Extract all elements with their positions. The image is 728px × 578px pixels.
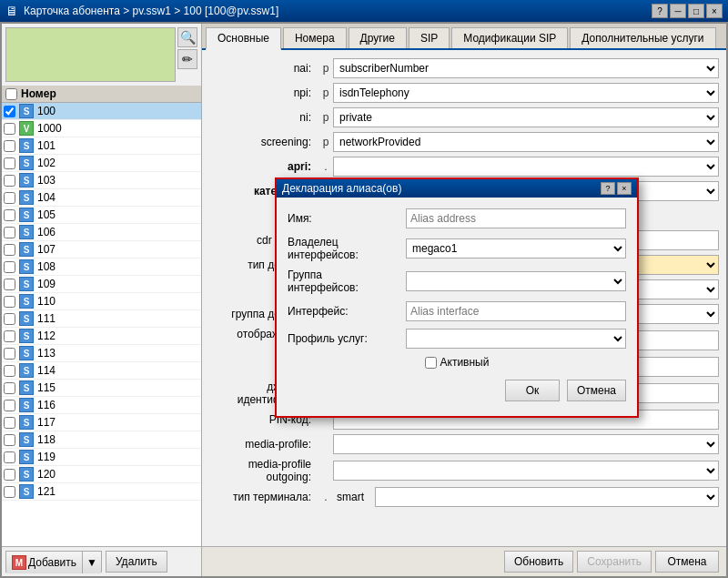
list-item-icon: S [19,484,34,499]
list-item[interactable]: S 118 [2,431,201,449]
select-all-checkbox[interactable] [5,88,17,100]
dialog-content: Имя: Владелецинтерфейсов: megaco1 [277,198,637,416]
list-item-checkbox[interactable] [4,417,15,429]
close-btn[interactable]: × [706,4,723,18]
dialog-field-group [406,271,626,291]
dialog-field-name [406,208,626,228]
list-item[interactable]: S 105 [2,207,201,224]
list-item-icon: S [19,329,34,343]
list-item-checkbox[interactable] [4,157,15,169]
dialog-label-name: Имя: [288,212,406,225]
list-item-checkbox[interactable] [4,244,15,256]
list-item-icon: S [19,415,34,430]
list-item[interactable]: S 115 [2,380,201,397]
dialog-help-btn[interactable]: ? [601,182,615,195]
list-item[interactable]: S 113 [2,345,201,362]
cancel-button[interactable]: Отмена [655,551,719,573]
list-item-checkbox[interactable] [4,140,15,152]
help-btn[interactable]: ? [652,4,668,18]
list-item[interactable]: S 103 [2,172,201,189]
list-item-checkbox[interactable] [4,279,15,290]
tab-другие[interactable]: Другие [349,27,407,48]
edit-button[interactable]: ✏ [177,49,197,69]
list-item-checkbox[interactable] [4,330,15,342]
list-item-icon: S [19,208,34,222]
list-item[interactable]: S 121 [2,483,201,501]
list-item[interactable]: V 1000 [2,120,201,137]
list-item-checkbox[interactable] [4,106,15,117]
list-item-checkbox[interactable] [4,451,15,463]
dialog-close-btn[interactable]: × [617,182,632,195]
list-item[interactable]: S 110 [2,293,201,310]
list-item-checkbox[interactable] [4,348,15,360]
service-select[interactable] [406,329,626,349]
list-item[interactable]: S 104 [2,189,201,207]
list-item-checkbox[interactable] [4,209,15,221]
list-item-checkbox[interactable] [4,400,15,411]
list-item[interactable]: S 102 [2,155,201,172]
alias-name-input[interactable] [406,208,626,228]
list-item-checkbox[interactable] [4,382,15,394]
list-item-checkbox[interactable] [4,227,15,238]
list-item[interactable]: S 101 [2,137,201,155]
list-item[interactable]: S 100 [2,103,201,120]
list-item[interactable]: S 108 [2,259,201,276]
group-select[interactable] [406,271,626,291]
dialog-overlay: Декларация алиаса(ов) ? × Имя: [202,50,726,546]
dialog-cancel-button[interactable]: Отмена [567,380,626,401]
tab-номера[interactable]: Номера [283,27,347,48]
list-item-icon: S [19,138,34,153]
list-item-checkbox[interactable] [4,261,15,273]
dialog-ok-button[interactable]: Ок [505,380,560,401]
list-item[interactable]: S 117 [2,414,201,431]
action-bar: Обновить Сохранить Отмена [202,546,726,576]
list-item[interactable]: S 107 [2,241,201,259]
dialog-row-name: Имя: [288,208,626,228]
list-item-icon: S [19,311,34,326]
list-item-icon: S [19,173,34,188]
list-item-checkbox[interactable] [4,365,15,377]
list-item-checkbox[interactable] [4,175,15,187]
alias-interface-input[interactable] [406,301,626,321]
list-item-checkbox[interactable] [4,469,15,481]
update-button[interactable]: Обновить [504,551,573,573]
list-item[interactable]: S 112 [2,328,201,345]
list-item[interactable]: S 120 [2,466,201,483]
list-item-label: 107 [37,243,56,256]
list-item-label: 110 [37,295,56,308]
list-item[interactable]: S 119 [2,449,201,466]
delete-button[interactable]: Удалить [106,551,167,573]
list-item-checkbox[interactable] [4,296,15,308]
list-item-checkbox[interactable] [4,192,15,204]
dialog-label-interface: Интерфейс: [288,305,406,318]
list-item[interactable]: S 116 [2,397,201,414]
tab-sip[interactable]: SIP [409,27,450,48]
tab-модификации-sip[interactable]: Модификации SIP [451,27,568,48]
list-item-icon: S [19,432,34,447]
save-button[interactable]: Сохранить [577,551,652,573]
list-item-label: 116 [37,399,56,411]
subscriber-list[interactable]: S 100 V 1000 S 101 S 102 S 103 S 104 S 1… [2,103,201,546]
owner-select[interactable]: megaco1 [406,238,626,259]
tab-дополнительные-услуги[interactable]: Дополнительные услуги [570,27,715,48]
add-button[interactable]: M Добавить [6,552,82,573]
search-button[interactable]: 🔍 [177,27,197,47]
list-item-checkbox[interactable] [4,123,15,135]
min-btn[interactable]: ─ [670,4,686,18]
list-item-icon: S [19,294,34,309]
list-item[interactable]: S 111 [2,310,201,328]
list-item[interactable]: S 114 [2,362,201,380]
max-btn[interactable]: □ [688,4,704,18]
dialog-checkbox-row: Активный [288,356,626,369]
list-item-label: 114 [37,364,56,377]
list-item[interactable]: S 106 [2,224,201,241]
active-checkbox[interactable] [425,357,437,369]
list-item-label: 106 [37,226,56,238]
tab-основные[interactable]: Основные [206,27,281,50]
list-item[interactable]: S 109 [2,276,201,293]
list-item-checkbox[interactable] [4,313,15,325]
add-dropdown-button[interactable]: ▼ [82,552,101,573]
list-item-checkbox[interactable] [4,434,15,446]
list-item-icon: S [19,190,34,205]
list-item-checkbox[interactable] [4,486,15,498]
